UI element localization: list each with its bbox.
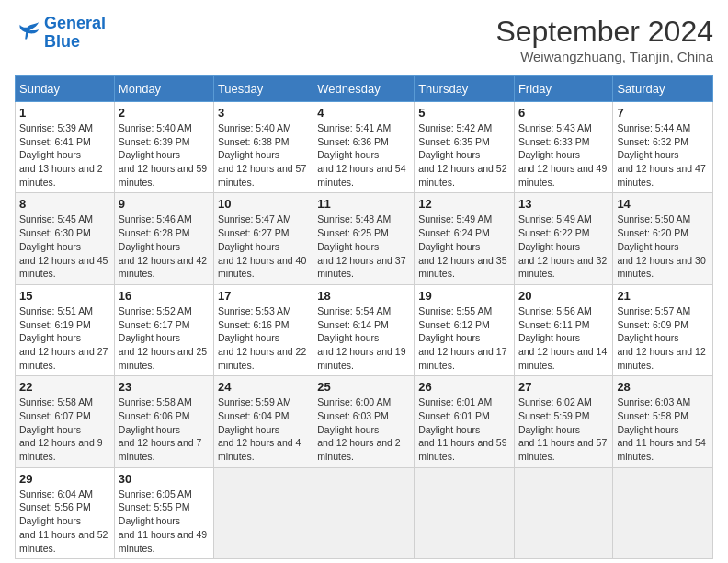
day-info: Sunrise: 6:03 AMSunset: 5:58 PMDaylight …	[617, 396, 709, 463]
day-info: Sunrise: 5:56 AMSunset: 6:11 PMDaylight …	[518, 304, 609, 372]
weekday-header-tuesday: Tuesday	[213, 76, 313, 102]
day-number: 25	[317, 380, 410, 394]
calendar-week-3: 15 Sunrise: 5:51 AMSunset: 6:19 PMDaylig…	[16, 284, 713, 375]
calendar-cell: 2 Sunrise: 5:40 AMSunset: 6:39 PMDayligh…	[114, 102, 213, 193]
day-info: Sunrise: 5:57 AMSunset: 6:09 PMDaylight …	[617, 304, 709, 372]
calendar-cell: 17 Sunrise: 5:53 AMSunset: 6:16 PMDaylig…	[213, 284, 313, 375]
calendar-table: SundayMondayTuesdayWednesdayThursdayFrid…	[15, 75, 713, 559]
day-info: Sunrise: 5:54 AMSunset: 6:14 PMDaylight …	[317, 304, 410, 372]
day-number: 27	[518, 380, 609, 394]
day-number: 10	[218, 197, 309, 211]
day-info: Sunrise: 5:40 AMSunset: 6:39 PMDaylight …	[119, 121, 210, 189]
logo-icon	[15, 20, 40, 46]
title-block: September 2024 Weiwangzhuang, Tianjin, C…	[495, 15, 713, 64]
calendar-cell: 26 Sunrise: 6:01 AMSunset: 6:01 PMDaylig…	[415, 376, 515, 467]
day-number: 11	[317, 197, 410, 211]
day-number: 30	[119, 472, 210, 486]
calendar-cell: 27 Sunrise: 6:02 AMSunset: 5:59 PMDaylig…	[514, 376, 612, 467]
location: Weiwangzhuang, Tianjin, China	[495, 49, 713, 64]
day-info: Sunrise: 5:41 AMSunset: 6:36 PMDaylight …	[317, 121, 410, 189]
day-info: Sunrise: 5:39 AMSunset: 6:41 PMDaylight …	[19, 121, 110, 189]
page-header: General Blue September 2024 Weiwangzhuan…	[15, 15, 713, 64]
day-number: 1	[19, 106, 110, 120]
day-info: Sunrise: 5:58 AMSunset: 6:07 PMDaylight …	[19, 396, 110, 463]
day-number: 5	[418, 106, 510, 120]
calendar-cell: 24 Sunrise: 5:59 AMSunset: 6:04 PMDaylig…	[213, 376, 313, 467]
calendar-cell: 14 Sunrise: 5:50 AMSunset: 6:20 PMDaylig…	[613, 193, 713, 284]
calendar-cell: 12 Sunrise: 5:49 AMSunset: 6:24 PMDaylig…	[415, 193, 515, 284]
calendar-cell: 6 Sunrise: 5:43 AMSunset: 6:33 PMDayligh…	[514, 102, 612, 193]
day-info: Sunrise: 5:58 AMSunset: 6:06 PMDaylight …	[119, 396, 210, 463]
day-info: Sunrise: 5:51 AMSunset: 6:19 PMDaylight …	[19, 304, 110, 372]
day-number: 17	[218, 289, 309, 303]
day-info: Sunrise: 5:40 AMSunset: 6:38 PMDaylight …	[218, 121, 309, 189]
day-number: 12	[418, 197, 510, 211]
calendar-cell: 25 Sunrise: 6:00 AMSunset: 6:03 PMDaylig…	[313, 376, 415, 467]
day-info: Sunrise: 5:55 AMSunset: 6:12 PMDaylight …	[418, 304, 510, 372]
calendar-cell: 13 Sunrise: 5:49 AMSunset: 6:22 PMDaylig…	[514, 193, 612, 284]
day-number: 14	[617, 197, 709, 211]
calendar-cell: 16 Sunrise: 5:52 AMSunset: 6:17 PMDaylig…	[114, 284, 213, 375]
day-number: 29	[19, 472, 110, 486]
calendar-cell: 22 Sunrise: 5:58 AMSunset: 6:07 PMDaylig…	[16, 376, 115, 467]
day-number: 19	[418, 289, 510, 303]
calendar-cell: 18 Sunrise: 5:54 AMSunset: 6:14 PMDaylig…	[313, 284, 415, 375]
weekday-header-monday: Monday	[114, 76, 213, 102]
day-number: 24	[218, 380, 309, 394]
day-info: Sunrise: 5:50 AMSunset: 6:20 PMDaylight …	[617, 213, 709, 280]
month-title: September 2024	[495, 15, 713, 49]
calendar-cell: 9 Sunrise: 5:46 AMSunset: 6:28 PMDayligh…	[114, 193, 213, 284]
weekday-header-saturday: Saturday	[613, 76, 713, 102]
weekday-header-wednesday: Wednesday	[313, 76, 415, 102]
day-info: Sunrise: 5:43 AMSunset: 6:33 PMDaylight …	[518, 121, 609, 189]
calendar-cell: 30 Sunrise: 6:05 AMSunset: 5:55 PMDaylig…	[114, 467, 213, 558]
day-number: 3	[218, 106, 309, 120]
calendar-week-5: 29 Sunrise: 6:04 AMSunset: 5:56 PMDaylig…	[16, 467, 713, 558]
day-number: 18	[317, 289, 410, 303]
day-info: Sunrise: 5:46 AMSunset: 6:28 PMDaylight …	[119, 213, 210, 280]
day-info: Sunrise: 5:45 AMSunset: 6:30 PMDaylight …	[19, 213, 110, 280]
day-info: Sunrise: 5:42 AMSunset: 6:35 PMDaylight …	[418, 121, 510, 189]
day-info: Sunrise: 6:01 AMSunset: 6:01 PMDaylight …	[418, 396, 510, 463]
day-number: 20	[518, 289, 609, 303]
day-number: 6	[518, 106, 609, 120]
day-number: 8	[19, 197, 110, 211]
calendar-cell: 19 Sunrise: 5:55 AMSunset: 6:12 PMDaylig…	[415, 284, 515, 375]
day-number: 9	[119, 197, 210, 211]
day-number: 21	[617, 289, 709, 303]
calendar-cell	[613, 467, 713, 558]
calendar-cell: 11 Sunrise: 5:48 AMSunset: 6:25 PMDaylig…	[313, 193, 415, 284]
day-info: Sunrise: 5:44 AMSunset: 6:32 PMDaylight …	[617, 121, 709, 189]
calendar-cell: 3 Sunrise: 5:40 AMSunset: 6:38 PMDayligh…	[213, 102, 313, 193]
day-info: Sunrise: 5:52 AMSunset: 6:17 PMDaylight …	[119, 304, 210, 372]
calendar-cell	[415, 467, 515, 558]
calendar-cell	[514, 467, 612, 558]
day-info: Sunrise: 5:59 AMSunset: 6:04 PMDaylight …	[218, 396, 309, 463]
calendar-cell: 29 Sunrise: 6:04 AMSunset: 5:56 PMDaylig…	[16, 467, 115, 558]
calendar-cell: 4 Sunrise: 5:41 AMSunset: 6:36 PMDayligh…	[313, 102, 415, 193]
day-number: 4	[317, 106, 410, 120]
calendar-week-1: 1 Sunrise: 5:39 AMSunset: 6:41 PMDayligh…	[16, 102, 713, 193]
weekday-header-sunday: Sunday	[16, 76, 115, 102]
calendar-cell: 8 Sunrise: 5:45 AMSunset: 6:30 PMDayligh…	[16, 193, 115, 284]
day-number: 23	[119, 380, 210, 394]
day-info: Sunrise: 6:00 AMSunset: 6:03 PMDaylight …	[317, 396, 410, 463]
day-number: 13	[518, 197, 609, 211]
day-info: Sunrise: 6:02 AMSunset: 5:59 PMDaylight …	[518, 396, 609, 463]
calendar-cell: 5 Sunrise: 5:42 AMSunset: 6:35 PMDayligh…	[415, 102, 515, 193]
day-info: Sunrise: 6:04 AMSunset: 5:56 PMDaylight …	[19, 488, 110, 555]
logo: General Blue	[15, 15, 106, 52]
calendar-week-4: 22 Sunrise: 5:58 AMSunset: 6:07 PMDaylig…	[16, 376, 713, 467]
calendar-cell: 15 Sunrise: 5:51 AMSunset: 6:19 PMDaylig…	[16, 284, 115, 375]
day-number: 22	[19, 380, 110, 394]
calendar-cell	[313, 467, 415, 558]
calendar-cell: 20 Sunrise: 5:56 AMSunset: 6:11 PMDaylig…	[514, 284, 612, 375]
day-info: Sunrise: 5:53 AMSunset: 6:16 PMDaylight …	[218, 304, 309, 372]
day-number: 16	[119, 289, 210, 303]
day-number: 26	[418, 380, 510, 394]
day-info: Sunrise: 5:49 AMSunset: 6:24 PMDaylight …	[418, 213, 510, 280]
day-number: 7	[617, 106, 709, 120]
day-info: Sunrise: 5:47 AMSunset: 6:27 PMDaylight …	[218, 213, 309, 280]
calendar-cell	[213, 467, 313, 558]
weekday-header-row: SundayMondayTuesdayWednesdayThursdayFrid…	[16, 76, 713, 102]
